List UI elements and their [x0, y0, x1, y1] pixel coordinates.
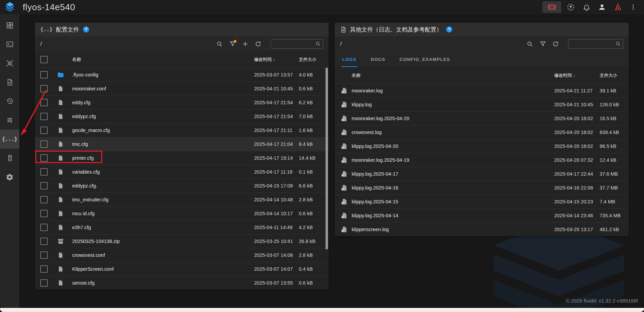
- search-button[interactable]: [214, 39, 225, 49]
- table-row[interactable]: moonraker.log.2025-04-202025-04-20 18:02…: [335, 112, 629, 126]
- table-row[interactable]: klippy.log2025-04-21 10:45126.0 kB: [335, 98, 629, 112]
- table-row[interactable]: sensor.cfg2025-03-07 13:550.6 kB: [35, 276, 329, 290]
- table-row[interactable]: klippy.log.2025-04-162025-04-16 22:0837.…: [335, 181, 629, 195]
- sidebar-item-gcode-preview[interactable]: [0, 54, 19, 73]
- table-row[interactable]: moonraker.conf2025-04-21 10:450.6 kB: [35, 82, 329, 96]
- tune-icon: [6, 116, 14, 124]
- update-status-button[interactable]: [565, 1, 577, 13]
- sidebar-item-system[interactable]: [0, 149, 19, 168]
- column-header-size[interactable]: 文件大小: [600, 72, 629, 79]
- table-row[interactable]: eddypz.cfg2025-04-17 21:547.0 kB: [35, 110, 329, 124]
- sidebar-item-dashboard[interactable]: [0, 16, 19, 35]
- overflow-menu-button[interactable]: [627, 1, 639, 13]
- table-row[interactable]: .flyos-config2025-03-07 13:574.0 kB: [35, 68, 329, 82]
- file-icon: [57, 127, 65, 134]
- dashboard-icon: [6, 22, 14, 29]
- table-row[interactable]: moonraker.log2025-04-21 11:2739.1 kB: [335, 84, 629, 98]
- table-row[interactable]: tmc.cfg2025-04-17 21:048.4 kB: [35, 137, 329, 151]
- row-checkbox[interactable]: [40, 140, 48, 148]
- select-all-checkbox[interactable]: [40, 56, 48, 63]
- table-row[interactable]: KlipperScreen.conf2025-03-07 14:070.4 kB: [35, 262, 329, 276]
- sidebar-item-jobs[interactable]: [0, 73, 19, 92]
- emergency-stop-button[interactable]: [542, 1, 561, 13]
- search-input[interactable]: [274, 41, 315, 47]
- column-header-modified[interactable]: 修改时间↓: [254, 57, 299, 63]
- file-icon: [57, 169, 65, 175]
- row-checkbox[interactable]: [40, 168, 48, 176]
- sidebar-item-configuration[interactable]: {...}: [0, 130, 19, 149]
- search-input[interactable]: [571, 41, 615, 47]
- column-header-name[interactable]: 名称: [72, 57, 254, 63]
- breadcrumb-path[interactable]: /: [340, 41, 341, 47]
- row-checkbox[interactable]: [40, 224, 48, 231]
- table-row[interactable]: 20250325-104138.zip2025-03-25 10:4126.8 …: [35, 235, 329, 248]
- config-panel-header: {..} 配置文件 ?: [35, 23, 329, 36]
- add-file-button[interactable]: [240, 39, 250, 49]
- filter-button[interactable]: [538, 39, 548, 49]
- file-modified: 2025-04-14 10:17: [254, 211, 299, 216]
- breadcrumb-path[interactable]: /: [40, 41, 42, 47]
- sidebar-item-settings[interactable]: [0, 168, 19, 186]
- table-row[interactable]: tmc_extruder.cfg2025-04-14 10:482.8 kB: [35, 193, 329, 207]
- row-checkbox[interactable]: [40, 265, 48, 273]
- table-row[interactable]: crowsnest.conf2025-03-07 14:082.8 kB: [35, 248, 329, 262]
- user-button[interactable]: [596, 1, 608, 13]
- row-checkbox[interactable]: [40, 182, 48, 190]
- column-header-modified[interactable]: 修改时间↓: [554, 72, 600, 79]
- row-checkbox[interactable]: [40, 127, 48, 134]
- help-icon[interactable]: ?: [446, 26, 452, 32]
- notifications-button[interactable]: [580, 1, 593, 13]
- sidebar-item-tune[interactable]: [0, 111, 19, 130]
- table-row[interactable]: klippy.log.2025-04-152025-04-15 20:237.4…: [335, 195, 629, 209]
- sort-desc-icon: ↓: [273, 57, 275, 62]
- table-row[interactable]: printer.cfg2025-04-17 19:1414.4 kB: [35, 151, 329, 165]
- table-row[interactable]: eddypz.cfg.2025-04-15 17:086.6 kB: [35, 179, 329, 193]
- row-checkbox[interactable]: [40, 113, 48, 120]
- console-icon: [6, 41, 14, 48]
- row-checkbox[interactable]: [40, 279, 48, 287]
- file-icon: [57, 141, 65, 148]
- table-row[interactable]: klippy.log.2025-04-202025-04-20 18:0296.…: [335, 139, 629, 153]
- other-files-tabs: LOGS DOCS CONFIG_EXAMPLES: [335, 51, 629, 67]
- sidebar-item-console[interactable]: [0, 35, 19, 54]
- sidebar-item-history[interactable]: [0, 92, 19, 111]
- scrollbar-thumb[interactable]: [326, 68, 328, 249]
- history-icon: [6, 97, 14, 105]
- table-row[interactable]: eddy.cfg2025-04-17 21:546.2 kB: [35, 96, 329, 110]
- table-row[interactable]: klippy.log.2025-04-142025-04-14 23:46735…: [335, 209, 629, 223]
- file-modified: 2025-04-16 22:08: [554, 185, 600, 191]
- row-checkbox[interactable]: [40, 154, 48, 162]
- column-header-size[interactable]: 文件大小: [299, 57, 329, 63]
- help-icon[interactable]: ?: [83, 26, 89, 32]
- row-checkbox[interactable]: [40, 196, 48, 203]
- row-checkbox[interactable]: [40, 99, 48, 106]
- table-row[interactable]: gocde_macro.cfg2025-04-17 21:111.6 kB: [35, 124, 329, 137]
- table-row[interactable]: variables.cfg2025-04-17 11:180.1 kB: [35, 165, 329, 179]
- table-row[interactable]: klippy.log.2025-04-172025-04-17 22:4437.…: [335, 167, 629, 181]
- row-checkbox[interactable]: [40, 210, 48, 217]
- table-row[interactable]: e3h7.cfg2025-04-11 14:494.2 kB: [35, 221, 329, 235]
- brand-logo-icon[interactable]: [611, 1, 624, 13]
- tab-docs[interactable]: DOCS: [370, 57, 386, 67]
- column-header-name[interactable]: 名称: [352, 72, 554, 79]
- row-checkbox[interactable]: [40, 251, 48, 259]
- file-name: eddypz.cfg.: [72, 183, 254, 188]
- refresh-button[interactable]: [253, 39, 263, 49]
- tab-logs[interactable]: LOGS: [341, 57, 357, 67]
- row-checkbox[interactable]: [40, 85, 48, 92]
- tab-config-examples[interactable]: CONFIG_EXAMPLES: [399, 57, 451, 67]
- table-row[interactable]: crowsnest.log2025-04-20 18:02839.4 kB: [335, 126, 629, 139]
- log-icon: [340, 171, 348, 177]
- row-checkbox[interactable]: [40, 71, 48, 79]
- file-size: 26.8 kB: [299, 239, 329, 244]
- refresh-button[interactable]: [550, 39, 561, 49]
- fluidd-logo: [0, 0, 19, 14]
- file-modified: 2025-04-20 18:02: [554, 130, 600, 135]
- table-row[interactable]: klipperscreen.log2025-03-25 13:17461.2 k…: [335, 223, 629, 236]
- search-button[interactable]: [525, 39, 535, 49]
- row-checkbox[interactable]: [40, 238, 48, 245]
- filter-button[interactable]: [227, 39, 237, 49]
- file-name: variables.cfg: [72, 169, 254, 175]
- table-row[interactable]: moonraker.log.2025-04-192025-04-20 07:32…: [335, 153, 629, 167]
- table-row[interactable]: mcu id.cfg2025-04-14 10:170.6 kB: [35, 207, 329, 221]
